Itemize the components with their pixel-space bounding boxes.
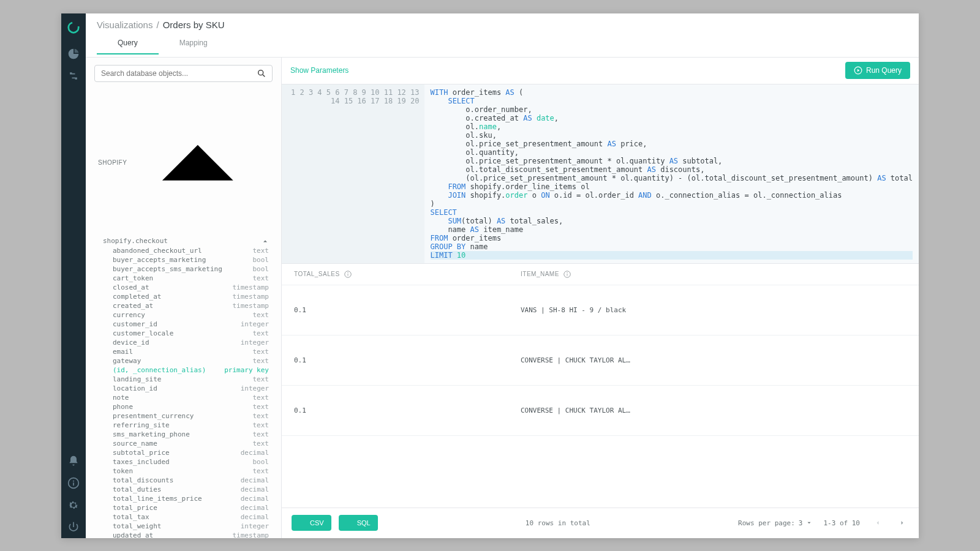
app-logo-icon — [67, 21, 80, 34]
schema-column[interactable]: location_idinteger — [86, 384, 281, 393]
play-icon — [854, 66, 862, 75]
schema-column[interactable]: sms_marketing_phonetext — [86, 430, 281, 439]
schema-column[interactable]: referring_sitetext — [86, 421, 281, 430]
download-csv-label: CSV — [310, 519, 324, 527]
main-area: Visualizations / Orders by SKU Query Map… — [86, 13, 919, 538]
schema-column[interactable]: total_pricedecimal — [86, 503, 281, 512]
query-panel: Show Parameters Run Query 1 2 3 4 5 6 7 … — [282, 58, 919, 538]
svg-point-2 — [73, 480, 74, 481]
rows-per-page-label: Rows per page: — [738, 519, 795, 527]
schema-column[interactable]: tokentext — [86, 467, 281, 476]
schema-column[interactable]: subtotal_pricedecimal — [86, 448, 281, 457]
search-input[interactable] — [94, 65, 273, 82]
column-header-label: ITEM_NAME — [521, 271, 559, 277]
pager-prev-button[interactable] — [871, 516, 884, 530]
editor-gutter: 1 2 3 4 5 6 7 8 9 10 11 12 13 14 15 16 1… — [282, 84, 424, 263]
download-icon — [346, 519, 353, 527]
breadcrumb: Visualizations / Orders by SKU — [97, 20, 908, 30]
tab-query[interactable]: Query — [97, 34, 159, 54]
schema-column[interactable]: total_taxdecimal — [86, 512, 281, 522]
info-circle-icon[interactable] — [563, 270, 571, 279]
schema-column[interactable]: customer_idinteger — [86, 320, 281, 329]
workspace: SHOPIFYshopify.checkoutabandoned_checkou… — [86, 58, 919, 538]
schema-column[interactable]: updated_attimestamp — [86, 531, 281, 538]
table-row[interactable]: 0.1CONVERSE | CHUCK TAYLOR AL… — [282, 335, 919, 386]
schema-column[interactable]: phonetext — [86, 402, 281, 411]
cell-item-name: CONVERSE | CHUCK TAYLOR AL… — [521, 356, 907, 364]
rows-total-label: 10 rows in total — [385, 519, 731, 527]
run-query-label: Run Query — [866, 66, 902, 75]
tab-mapping[interactable]: Mapping — [159, 34, 228, 54]
results-header: TOTAL_SALES ITEM_NAME — [282, 264, 919, 285]
cell-total-sales: 0.1 — [294, 306, 521, 314]
schema-column[interactable]: landing_sitetext — [86, 375, 281, 384]
rows-per-page-value: 3 — [799, 519, 803, 527]
schema-table-open[interactable]: shopify.checkout — [86, 236, 281, 246]
schema-column[interactable]: notetext — [86, 393, 281, 402]
rows-per-page[interactable]: Rows per page: 3 — [738, 519, 812, 527]
result-rows[interactable]: 0.1VANS | SH-8 HI - 9 / black0.1CONVERSE… — [282, 285, 919, 508]
download-sql-button[interactable]: SQL — [339, 515, 378, 531]
breadcrumb-current: Orders by SKU — [163, 20, 225, 30]
cell-item-name: CONVERSE | CHUCK TAYLOR AL… — [521, 407, 907, 414]
schema-column[interactable]: emailtext — [86, 347, 281, 356]
gear-icon[interactable] — [67, 499, 80, 511]
schema-column[interactable]: (id, _connection_alias)primary key — [86, 365, 281, 375]
schema-column[interactable]: abandoned_checkout_urltext — [86, 246, 281, 255]
schema-column[interactable]: total_discountsdecimal — [86, 476, 281, 485]
schema-column[interactable]: gatewaytext — [86, 356, 281, 365]
page-range: 1-3 of 10 — [823, 519, 860, 527]
schema-column[interactable]: total_line_items_pricedecimal — [86, 494, 281, 503]
schema-column[interactable]: presentment_currencytext — [86, 411, 281, 421]
schema-tree[interactable]: SHOPIFYshopify.checkoutabandoned_checkou… — [86, 89, 281, 538]
schema-column[interactable]: total_weightinteger — [86, 522, 281, 531]
chevron-up-icon — [262, 238, 269, 245]
results-footer: CSV SQL 10 rows in total Rows per page: … — [282, 508, 919, 538]
chevron-left-icon — [874, 519, 881, 527]
schema-column[interactable]: cart_tokentext — [86, 274, 281, 283]
flow-icon[interactable] — [67, 70, 80, 82]
cell-total-sales: 0.1 — [294, 356, 521, 364]
svg-point-0 — [69, 22, 79, 32]
power-icon[interactable] — [67, 521, 80, 533]
editor-code[interactable]: WITH order_items AS ( SELECT o.order_num… — [424, 84, 919, 263]
run-query-button[interactable]: Run Query — [845, 62, 910, 79]
download-csv-button[interactable]: CSV — [292, 515, 331, 531]
breadcrumb-root[interactable]: Visualizations — [97, 20, 153, 30]
app-shell: Visualizations / Orders by SKU Query Map… — [61, 13, 919, 538]
schema-group[interactable]: SHOPIFY — [86, 89, 281, 236]
schema-column[interactable]: completed_attimestamp — [86, 292, 281, 301]
pie-chart-icon[interactable] — [67, 48, 80, 60]
schema-panel: SHOPIFYshopify.checkoutabandoned_checkou… — [86, 58, 282, 538]
schema-column[interactable]: buyer_accepts_sms_marketingbool — [86, 264, 281, 274]
sql-editor[interactable]: 1 2 3 4 5 6 7 8 9 10 11 12 13 14 15 16 1… — [282, 84, 919, 263]
info-icon[interactable] — [67, 477, 80, 489]
schema-column[interactable]: customer_localetext — [86, 329, 281, 338]
pager-next-button[interactable] — [895, 516, 909, 530]
schema-column[interactable]: device_idinteger — [86, 338, 281, 347]
info-circle-icon[interactable] — [344, 270, 352, 279]
svg-point-12 — [567, 272, 568, 273]
download-sql-label: SQL — [357, 519, 371, 527]
schema-column[interactable]: source_nametext — [86, 439, 281, 448]
show-parameters-link[interactable]: Show Parameters — [290, 66, 349, 75]
bell-icon[interactable] — [67, 455, 80, 467]
schema-column[interactable]: created_attimestamp — [86, 301, 281, 310]
table-row[interactable]: 0.1VANS | SH-8 HI - 9 / black — [282, 285, 919, 335]
schema-column[interactable]: buyer_accepts_marketingbool — [86, 255, 281, 264]
schema-column[interactable]: closed_attimestamp — [86, 283, 281, 292]
column-header-total-sales[interactable]: TOTAL_SALES — [294, 270, 521, 279]
schema-column[interactable]: total_dutiesdecimal — [86, 485, 281, 494]
search-icon[interactable] — [257, 69, 266, 78]
results-panel: TOTAL_SALES ITEM_NAME 0.1VANS | SH-8 HI … — [282, 263, 919, 538]
cell-item-name: VANS | SH-8 HI - 9 / black — [521, 306, 907, 314]
table-row[interactable]: 0.1CONVERSE | CHUCK TAYLOR AL… — [282, 386, 919, 436]
breadcrumb-sep: / — [156, 20, 159, 30]
schema-column[interactable]: taxes_includedbool — [86, 457, 281, 467]
download-icon — [299, 519, 306, 527]
schema-column[interactable]: currencytext — [86, 310, 281, 320]
chevron-up-icon — [127, 92, 269, 234]
column-header-label: TOTAL_SALES — [294, 271, 340, 277]
column-header-item-name[interactable]: ITEM_NAME — [521, 270, 907, 279]
query-toolbar: Show Parameters Run Query — [282, 58, 919, 84]
